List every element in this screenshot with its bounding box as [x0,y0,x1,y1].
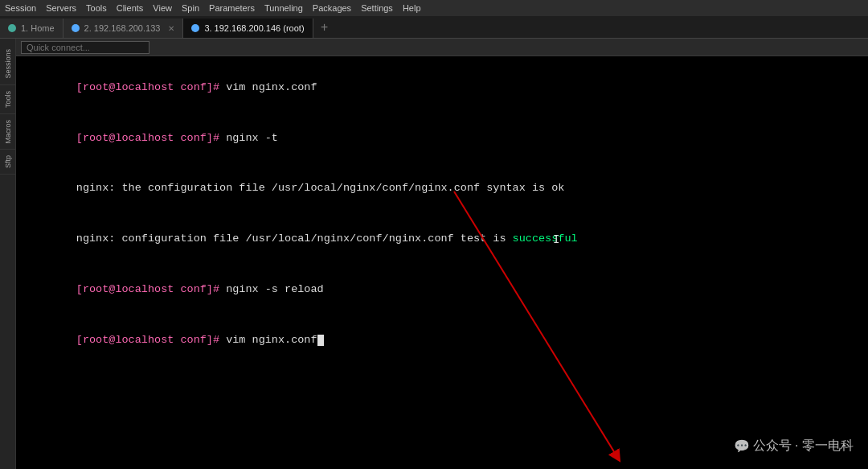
tab-ssh1-icon [72,24,80,32]
sidebar-sections: Sessions Tools Macros Sftp [0,43,15,175]
tab-ssh2-label: 3. 192.168.200.146 (root) [204,23,304,33]
terminal-line-6: [root@localhost conf]# vim nginx.conf [24,315,860,366]
main-area: Sessions Tools Macros Sftp [root@localho… [0,39,868,469]
tab-home-icon [8,24,16,32]
menu-tools[interactable]: Tools [86,3,107,13]
tab-ssh1-label: 2. 192.168.200.133 [84,23,161,33]
menu-bar: Session Servers Tools Clients View Spin … [0,0,868,16]
cmd-1: vim nginx.conf [219,81,317,93]
menu-clients[interactable]: Clients [117,3,144,13]
menu-session[interactable]: Session [5,3,36,13]
sidebar-section-sftp[interactable]: Sftp [0,150,15,175]
tab-home[interactable]: 1. Home [0,19,63,38]
tab-home-label: 1. Home [21,23,55,33]
sidebar-section-macros[interactable]: Macros [0,114,15,150]
sidebar-label-tools: Tools [2,88,14,111]
menu-view[interactable]: View [153,3,172,13]
menu-parameters[interactable]: Parameters [209,3,255,13]
watermark-text: 公众号 · 零一电科 [753,438,854,455]
cmd-2: nginx -t [219,132,278,144]
terminal-line-4: nginx: configuration file /usr/local/ngi… [24,214,860,265]
tab-ssh1[interactable]: 2. 192.168.200.133 ✕ [63,19,184,38]
sidebar-label-macros: Macros [2,117,14,147]
sidebar-label-sessions: Sessions [2,46,14,82]
cmd-6: vim nginx.conf [219,334,317,346]
i-beam-cursor: I [553,233,559,246]
prompt-5: [root@localhost conf]# [76,283,219,295]
terminal[interactable]: [root@localhost conf]# vim nginx.conf [r… [16,56,868,469]
prompt-6: [root@localhost conf]# [76,334,219,346]
menu-packages[interactable]: Packages [313,3,351,13]
sidebar-section-sessions[interactable]: Sessions [0,43,15,85]
tab-ssh2-icon [191,24,199,32]
sidebar: Sessions Tools Macros Sftp [0,39,16,469]
menu-tunneling[interactable]: Tunneling [264,3,303,13]
terminal-line-5: [root@localhost conf]# nginx -s reload [24,265,860,315]
terminal-line-1: [root@localhost conf]# vim nginx.conf [24,63,860,113]
output-3: nginx: the configuration file /usr/local… [76,182,565,194]
quick-connect-input[interactable] [21,41,149,54]
prompt-2: [root@localhost conf]# [76,132,219,144]
menu-spin[interactable]: Spin [182,3,199,13]
output-4-success: successful [513,232,578,245]
content-wrapper: [root@localhost conf]# vim nginx.conf [r… [16,39,868,469]
menu-help[interactable]: Help [403,3,421,13]
terminal-line-3: nginx: the configuration file /usr/local… [24,164,860,215]
menu-servers[interactable]: Servers [46,3,76,13]
tab-ssh2[interactable]: 3. 192.168.200.146 (root) [183,19,313,38]
quick-connect-bar [16,39,868,56]
sidebar-section-tools[interactable]: Tools [0,85,15,114]
terminal-line-2: [root@localhost conf]# nginx -t [24,113,860,164]
prompt-1: [root@localhost conf]# [76,81,219,93]
wechat-icon: 💬 [734,438,750,454]
cmd-5: nginx -s reload [219,283,324,295]
tab-ssh1-close[interactable]: ✕ [168,24,174,33]
cursor [317,335,324,346]
watermark: 💬 公众号 · 零一电科 [734,438,854,455]
sidebar-label-sftp: Sftp [2,152,14,171]
tab-add-button[interactable]: + [313,19,336,38]
menu-settings[interactable]: Settings [361,3,393,13]
tab-bar: 1. Home 2. 192.168.200.133 ✕ 3. 192.168.… [0,16,868,39]
output-4-prefix: nginx: configuration file /usr/local/ngi… [76,232,513,245]
